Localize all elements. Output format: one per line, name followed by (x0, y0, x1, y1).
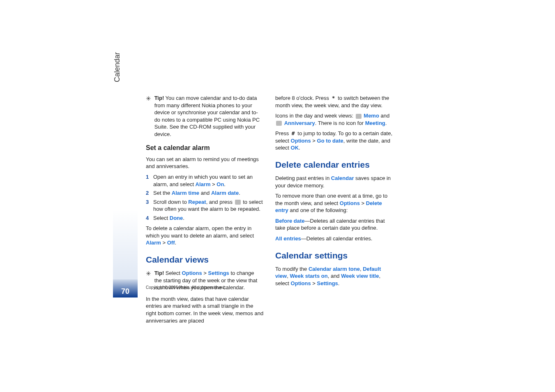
para-before-date: Before date—Deletes all calendar entries… (275, 217, 394, 232)
text: Set the (153, 190, 172, 196)
text: before 8 o'clock. Press (275, 95, 331, 101)
section-label: Calendar (113, 52, 122, 82)
step-1: 1 Open an entry in which you want to set… (146, 173, 265, 188)
text: > (311, 138, 317, 144)
text: > (210, 181, 216, 187)
ui-term: Alarm (146, 240, 161, 246)
text: Icons in the day and week views: (275, 113, 355, 119)
para-press-hash: Press # to jump to today. To go to a cer… (275, 130, 394, 152)
text: . (239, 190, 240, 196)
text: . (338, 280, 340, 286)
text: To delete a calendar alarm, open the ent… (146, 225, 254, 239)
page-number: 70 (113, 279, 138, 297)
text: Press (275, 130, 290, 136)
text: > (360, 200, 366, 206)
ui-term: Done (170, 215, 183, 221)
text: . (385, 120, 387, 126)
key-star: * (332, 95, 335, 102)
para-set-intro: You can set an alarm to remind you of me… (146, 156, 265, 170)
column-right: before 8 o'clock. Press * to switch betw… (275, 95, 394, 291)
column-left: ✳ Tip! You can move calendar and to-do d… (146, 95, 265, 327)
ui-term: Memo (364, 113, 379, 119)
tip-icon: ✳ (146, 270, 151, 278)
step-3: 3 Scroll down to Repeat, and press to se… (146, 198, 265, 213)
text: , and (328, 273, 341, 279)
text: and (199, 190, 211, 196)
para-delete1: Deleting past entries in Calendar saves … (275, 175, 394, 189)
ui-term: Go to date (317, 138, 343, 144)
text: —Deletes all calendar entries. (301, 235, 372, 242)
ui-term: OK (291, 145, 299, 151)
text: Scroll down to (153, 199, 188, 205)
ui-term: Settings (317, 280, 338, 286)
anniversary-icon (276, 121, 282, 126)
para-before8: before 8 o'clock. Press * to switch betw… (275, 95, 394, 109)
tip-block: ✳ Tip! You can move calendar and to-do d… (146, 95, 265, 138)
ui-term: Week starts on (290, 273, 327, 279)
ui-term: Calendar alarm tone (309, 266, 360, 272)
steps-list: 1 Open an entry in which you want to set… (146, 173, 265, 221)
text: , and press (206, 199, 234, 205)
tip-body-text: You can move calendar and to-do data fro… (154, 95, 260, 137)
text: > (311, 280, 317, 286)
text: . (224, 181, 226, 187)
ui-term: Repeat (188, 199, 206, 205)
ui-term: Alarm time (172, 190, 199, 196)
text: > (202, 270, 208, 276)
tip-label: Tip! (154, 95, 164, 101)
heading-calendar-views: Calendar views (146, 254, 265, 265)
key-hash: # (292, 130, 295, 137)
text: and one of the following: (288, 207, 348, 213)
ui-term: Options (291, 138, 311, 144)
ui-term: Alarm date (211, 190, 239, 196)
ui-term: Anniversary (284, 120, 315, 126)
text: . (183, 215, 184, 221)
ui-term: Week view title (341, 273, 379, 279)
sidebar: Calendar 70 (113, 66, 138, 321)
text: . There is no icon for (315, 120, 365, 126)
text: Deleting past entries in (275, 175, 331, 181)
para-month-view: In the month view, dates that have calen… (146, 295, 265, 324)
tip-icon: ✳ (146, 95, 151, 103)
text: and (379, 113, 389, 119)
text: To modify the (275, 266, 309, 272)
heading-set-alarm: Set a calendar alarm (146, 143, 265, 152)
para-all-entries: All entries—Deletes all calendar entries… (275, 235, 394, 242)
step-4: 4 Select Done. (146, 214, 265, 222)
nav-right-icon (235, 200, 241, 205)
ui-term: Settings (208, 270, 229, 276)
text: . (299, 145, 300, 151)
text: Select (153, 215, 170, 221)
ui-term: Options (291, 280, 311, 286)
ui-term: Alarm (196, 181, 211, 187)
ui-term: Calendar (331, 175, 354, 181)
heading-delete-entries: Delete calendar entries (275, 159, 394, 171)
text: > (161, 240, 167, 246)
ui-term: Options (340, 200, 360, 206)
para-delete-alarm: To delete a calendar alarm, open the ent… (146, 225, 265, 247)
ui-term: On (216, 181, 224, 187)
ui-term: Before date (275, 218, 305, 224)
text: Select (164, 270, 182, 276)
ui-term: All entries (275, 235, 301, 242)
para-settings: To modify the Calendar alarm tone, Defau… (275, 265, 394, 287)
ui-term: Off (167, 240, 175, 246)
step-2: 2 Set the Alarm time and Alarm date. (146, 189, 265, 197)
para-icons: Icons in the day and week views: Memo an… (275, 112, 394, 127)
text: . (175, 240, 176, 246)
memo-icon (356, 114, 362, 119)
heading-calendar-settings: Calendar settings (275, 250, 394, 261)
ui-term: Meeting (365, 120, 385, 126)
tip-label: Tip! (154, 270, 164, 276)
ui-term: Options (182, 270, 202, 276)
tip-text: Tip! You can move calendar and to-do dat… (154, 95, 261, 138)
para-delete2: To remove more than one event at a time,… (275, 192, 394, 214)
copyright: Copyright © 2006 Nokia. All rights reser… (146, 285, 226, 290)
